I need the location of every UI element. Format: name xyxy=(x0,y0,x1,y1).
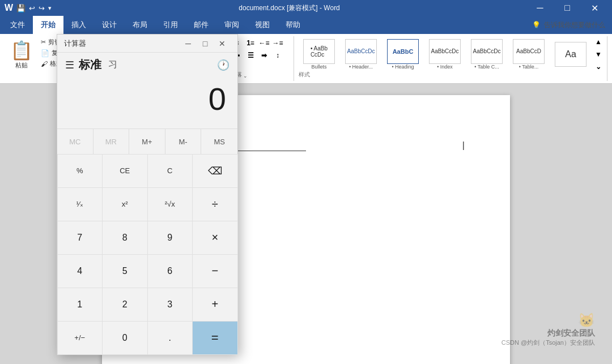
style-table[interactable]: AaBbCcD • Table... xyxy=(508,37,549,71)
index-style-preview: AaBbCcDc xyxy=(431,48,459,54)
calc-history-button[interactable]: 🕐 xyxy=(217,59,230,71)
styles-scroll-down[interactable]: ▼ xyxy=(592,49,605,60)
paste-button[interactable]: 📋 粘贴 xyxy=(7,37,36,80)
ribbon-tabs: 文件 开始 插入 设计 布局 引用 邮件 审阅 视图 帮助 💡 告诉我你想要做什… xyxy=(0,16,612,34)
quick-access-save[interactable]: 💾 xyxy=(16,4,26,12)
heading-style-preview: AaBbC xyxy=(393,48,414,55)
watermark-line2: CSDN @灼剑（Tsojan）安全团队 xyxy=(502,339,595,347)
calc-mplus-button[interactable]: M+ xyxy=(129,129,165,154)
calc-header: ☰ 标准 习 🕐 xyxy=(57,53,237,75)
word-logo-icon: W xyxy=(5,3,13,13)
tab-references[interactable]: 引用 xyxy=(155,16,186,34)
calc-4-button[interactable]: 4 xyxy=(57,254,103,288)
calc-reciprocal-button[interactable]: ¹⁄ₓ xyxy=(57,187,103,221)
calc-7-button[interactable]: 7 xyxy=(57,221,103,255)
paintbrush-icon: 🖌 xyxy=(41,60,48,68)
style-header[interactable]: AaBbCcDc • Header... xyxy=(341,37,381,71)
tab-home[interactable]: 开始 xyxy=(33,16,63,34)
calc-memory-row: MC MR M+ M- MS xyxy=(57,129,237,154)
calc-mminus-button[interactable]: M- xyxy=(165,129,202,154)
hamburger-menu-icon[interactable]: ☰ xyxy=(65,59,74,71)
calc-9-button[interactable]: 9 xyxy=(147,221,193,255)
tell-me-bar[interactable]: 💡 告诉我你想要做什么 xyxy=(525,20,612,30)
tab-review[interactable]: 审阅 xyxy=(216,16,247,34)
calc-subtract-button[interactable]: − xyxy=(192,254,238,288)
tab-view[interactable]: 视图 xyxy=(247,16,278,34)
calculator-window: 计算器 ─ □ ✕ ☰ 标准 习 🕐 0 MC MR M+ M- MS % CE… xyxy=(57,34,238,355)
watermark-logo: 🐱 xyxy=(502,312,595,328)
calc-ms-button[interactable]: MS xyxy=(201,129,237,154)
calc-2-button[interactable]: 2 xyxy=(102,288,148,322)
tab-insert[interactable]: 插入 xyxy=(63,16,94,34)
calc-sqrt-button[interactable]: ²√x xyxy=(147,187,193,221)
heading-style-label: • Heading xyxy=(392,64,414,70)
index-style-label: • Index xyxy=(437,64,453,70)
line-spacing-button[interactable]: ↕ xyxy=(271,50,284,61)
numbering-button[interactable]: 1≡ xyxy=(244,37,257,49)
align-right-button[interactable]: ➡ xyxy=(258,50,270,61)
calc-equals-button[interactable]: = xyxy=(192,321,238,355)
tab-design[interactable]: 设计 xyxy=(94,16,125,34)
calc-0-button[interactable]: 0 xyxy=(102,321,148,355)
table-c-style-label: • Table C... xyxy=(474,64,499,70)
lightbulb-icon: 💡 xyxy=(532,21,541,29)
title-bar: W 💾 ↩ ↪ ▾ document.docx [兼容模式] - Word ─ … xyxy=(0,0,612,16)
style-table-c[interactable]: AaBbCcDc • Table C... xyxy=(466,37,507,71)
style-more[interactable]: Aa xyxy=(550,40,591,68)
calc-backspace-button[interactable]: ⌫ xyxy=(192,154,238,188)
tab-help[interactable]: 帮助 xyxy=(278,16,308,34)
calc-8-button[interactable]: 8 xyxy=(102,221,148,255)
tab-mailings[interactable]: 邮件 xyxy=(186,16,216,34)
style-index[interactable]: AaBbCcDc • Index xyxy=(424,37,465,71)
calc-add-button[interactable]: + xyxy=(192,288,238,322)
calc-mode-label: 标准 xyxy=(79,57,101,72)
calc-title: 计算器 xyxy=(64,38,180,49)
calc-3-button[interactable]: 3 xyxy=(147,288,193,322)
paste-label: 粘贴 xyxy=(15,61,28,70)
header-style-preview: AaBbCcDc xyxy=(347,48,375,54)
minimize-button[interactable]: ─ xyxy=(527,0,553,16)
align-center-button[interactable]: ☰ xyxy=(244,50,257,61)
bullets-style-label: Bullets xyxy=(311,64,326,70)
tab-file[interactable]: 文件 xyxy=(2,16,33,34)
calc-ce-button[interactable]: CE xyxy=(102,154,148,188)
calc-close-button[interactable]: ✕ xyxy=(214,36,231,52)
text-cursor: | xyxy=(462,140,465,151)
calc-minimize-button[interactable]: ─ xyxy=(180,36,197,52)
indent-right-button[interactable]: →≡ xyxy=(271,37,284,49)
calc-buttons: % CE C ⌫ ¹⁄ₓ x² ²√x ÷ 7 8 9 × 4 5 6 − 1 … xyxy=(57,154,237,354)
calc-1-button[interactable]: 1 xyxy=(57,288,103,322)
calc-mode-sub: 习 xyxy=(108,59,117,71)
calc-square-button[interactable]: x² xyxy=(102,187,148,221)
table-c-style-preview: AaBbCcDc xyxy=(473,48,501,54)
calc-display-value: 0 xyxy=(69,80,226,117)
watermark: 🐱 灼剑安全团队 CSDN @灼剑（Tsojan）安全团队 xyxy=(502,312,595,347)
style-bullets[interactable]: • AaBbCcDc Bullets xyxy=(299,37,339,71)
scissors-icon: ✂ xyxy=(41,38,46,46)
calc-mc-button[interactable]: MC xyxy=(57,129,94,154)
calc-5-button[interactable]: 5 xyxy=(102,254,148,288)
styles-scroll-up[interactable]: ▲ xyxy=(592,37,605,48)
bullets-style-preview: • AaBbCcDc xyxy=(311,45,328,58)
calc-6-button[interactable]: 6 xyxy=(147,254,193,288)
style-heading[interactable]: AaBbC • Heading xyxy=(382,37,423,71)
indent-left-button[interactable]: ←≡ xyxy=(258,37,270,49)
calc-c-button[interactable]: C xyxy=(147,154,193,188)
calc-percent-button[interactable]: % xyxy=(57,154,103,188)
tab-layout[interactable]: 布局 xyxy=(125,16,155,34)
calc-decimal-button[interactable]: . xyxy=(147,321,193,355)
table-style-label: • Table... xyxy=(519,64,539,70)
paragraph-expand-icon[interactable]: ⌄ xyxy=(243,73,248,79)
quick-access-redo[interactable]: ↪ xyxy=(39,4,45,12)
calc-divide-button[interactable]: ÷ xyxy=(192,187,238,221)
restore-button[interactable]: □ xyxy=(554,0,580,16)
tell-me-text: 告诉我你想要做什么 xyxy=(544,20,605,30)
calc-multiply-button[interactable]: × xyxy=(192,221,238,255)
calc-negate-button[interactable]: +/− xyxy=(57,321,103,355)
styles-expand[interactable]: ⌄ xyxy=(592,61,605,71)
calc-restore-button[interactable]: □ xyxy=(197,36,214,52)
quick-access-undo[interactable]: ↩ xyxy=(29,4,35,12)
copy-icon: 📄 xyxy=(41,49,49,57)
calc-mr-button[interactable]: MR xyxy=(94,129,130,154)
close-button[interactable]: ✕ xyxy=(581,0,607,16)
